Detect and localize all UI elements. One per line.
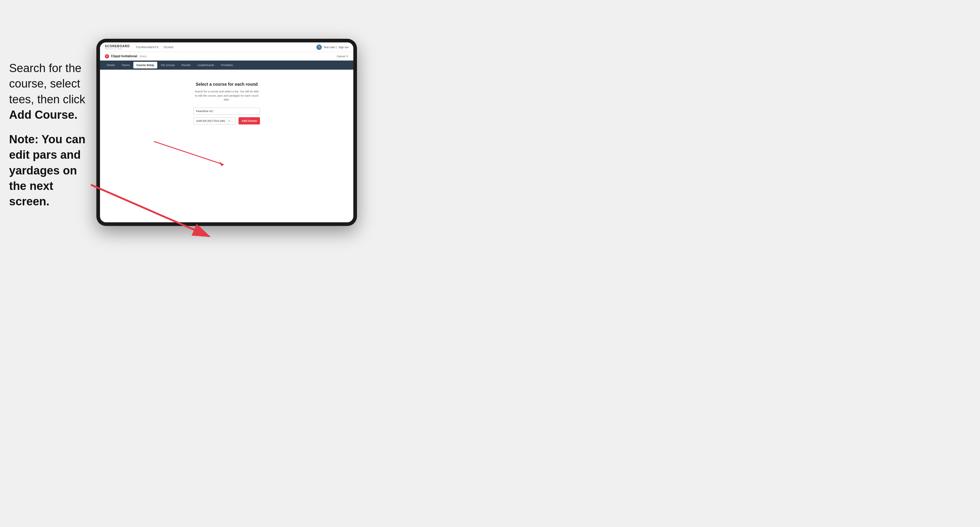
nav-link-teams[interactable]: TEAMS [163, 46, 173, 49]
tournament-name: Clippd Invitational [111, 54, 137, 58]
tee-select-value: Gold (M) (M) (7010 yds) [196, 119, 225, 122]
tablet-screen: SCOREBOARD Powered by clippd TOURNAMENTS… [100, 43, 353, 222]
sign-out-link[interactable]: Sign out [339, 46, 348, 49]
section-description: Search for a course and select a tee. Yo… [193, 90, 260, 102]
chevron-icon[interactable]: ⌄ [231, 119, 233, 122]
tee-select-dropdown[interactable]: Gold (M) (M) (7010 yds) ✕ ⌄ [193, 117, 236, 124]
tournament-logo: C [105, 54, 109, 59]
instruction-bold: Add Course. [9, 108, 78, 121]
section-title: Select a course for each round [196, 82, 258, 87]
tournament-title: C Clippd Invitational (Men) [105, 54, 147, 59]
logo-text: SCOREBOARD [105, 44, 130, 48]
logo: SCOREBOARD Powered by clippd [105, 44, 130, 50]
tab-teams[interactable]: Teams [119, 62, 133, 68]
close-icon: ✕ [346, 55, 348, 58]
tab-navigation: Details Teams Course Setup Tee Groups Re… [100, 60, 353, 70]
tab-leaderboards[interactable]: Leaderboards [194, 62, 217, 68]
tournament-subtitle: (Men) [140, 55, 147, 58]
instruction-panel: Search for the course, select tees, then… [9, 60, 94, 219]
tab-course-setup[interactable]: Course Setup [133, 62, 157, 68]
tab-details[interactable]: Details [103, 62, 118, 68]
user-avatar: T [317, 44, 322, 50]
course-search-input[interactable] [193, 108, 260, 115]
cancel-button[interactable]: Cancel ✕ [337, 55, 348, 58]
nav-links: TOURNAMENTS TEAMS [136, 46, 173, 49]
instruction-text-1: Search for the course, select tees, then… [9, 60, 94, 123]
nav-link-tournaments[interactable]: TOURNAMENTS [136, 46, 159, 49]
clear-icon[interactable]: ✕ [228, 119, 230, 122]
tee-select-controls: ✕ ⌄ [228, 119, 233, 122]
add-course-button[interactable]: Add Course [239, 117, 260, 124]
nav-left: SCOREBOARD Powered by clippd TOURNAMENTS… [105, 44, 173, 50]
main-content: Select a course for each round Search fo… [100, 70, 353, 222]
course-search-group [193, 108, 260, 115]
tab-printables[interactable]: Printables [218, 62, 236, 68]
tee-select-row: Gold (M) (M) (7010 yds) ✕ ⌄ Add Course [193, 117, 260, 124]
tab-results[interactable]: Results [178, 62, 194, 68]
logo-sub: Powered by clippd [105, 48, 130, 50]
tablet-device: SCOREBOARD Powered by clippd TOURNAMENTS… [96, 39, 357, 226]
user-label: Test User | [324, 46, 337, 49]
tournament-header: C Clippd Invitational (Men) Cancel ✕ [100, 52, 353, 60]
nav-right: T Test User | Sign out [317, 44, 348, 50]
tab-tee-groups[interactable]: Tee Groups [158, 62, 178, 68]
course-setup-panel: Select a course for each round Search fo… [187, 70, 266, 222]
instruction-note: Note: You can edit pars and yardages on … [9, 132, 94, 209]
top-navbar: SCOREBOARD Powered by clippd TOURNAMENTS… [100, 43, 353, 52]
